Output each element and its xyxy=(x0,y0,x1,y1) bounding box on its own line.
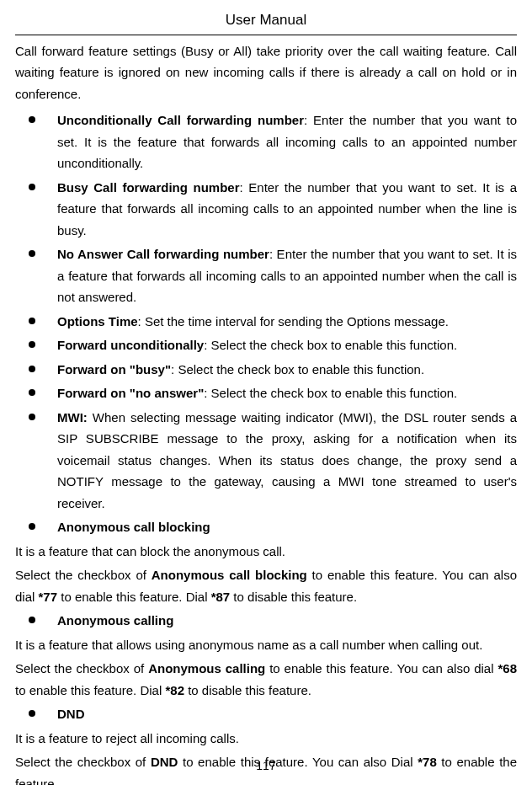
bullet-item: Forward unconditionally: Select the chec… xyxy=(15,334,517,356)
bullet-content: Anonymous calling xyxy=(57,610,517,632)
page-header: User Manual xyxy=(15,8,517,35)
section-text: Select the checkbox of Anonymous call bl… xyxy=(15,564,517,607)
bullet-content: Options Time: Set the time interval for … xyxy=(57,311,517,333)
bullet-icon xyxy=(29,250,35,257)
section-text: Select the checkbox of Anonymous calling… xyxy=(15,658,517,701)
bullet-icon xyxy=(29,414,35,420)
section-text: It is a feature to reject all incoming c… xyxy=(15,728,517,750)
bullet-item: Forward on "no answer": Select the check… xyxy=(15,382,517,404)
bullet-item: Busy Call forwarding number: Enter the n… xyxy=(15,177,517,242)
bullet-item: Options Time: Set the time interval for … xyxy=(15,311,517,333)
bullet-content: Forward unconditionally: Select the chec… xyxy=(57,334,517,356)
bullet-item: DND xyxy=(15,703,517,725)
bullet-item: No Answer Call forwarding number: Enter … xyxy=(15,243,517,308)
bullet-item: Forward on "busy": Select the check box … xyxy=(15,359,517,381)
bullet-item: Unconditionally Call forwarding number: … xyxy=(15,109,517,174)
bullet-icon xyxy=(29,318,35,324)
section-text: It is a feature that can block the anony… xyxy=(15,541,517,563)
bullet-item: MWI: When selecting message waiting indi… xyxy=(15,407,517,515)
bullet-content: MWI: When selecting message waiting indi… xyxy=(57,407,517,515)
bullet-item: Anonymous call blocking xyxy=(15,516,517,538)
bullet-icon xyxy=(29,523,35,530)
bullet-content: Anonymous call blocking xyxy=(57,516,517,538)
bullet-content: No Answer Call forwarding number: Enter … xyxy=(57,243,517,308)
bullet-content: Unconditionally Call forwarding number: … xyxy=(57,109,517,174)
bullet-icon xyxy=(29,184,35,190)
bullet-item: Anonymous calling xyxy=(15,610,517,632)
bullet-icon xyxy=(29,389,35,396)
bullet-icon xyxy=(29,617,35,623)
intro-text: Call forward feature settings (Busy or A… xyxy=(15,40,517,105)
page-number: 117 xyxy=(0,756,532,777)
bullet-content: Forward on "no answer": Select the check… xyxy=(57,382,517,404)
bullet-content: DND xyxy=(57,703,517,725)
bullet-icon xyxy=(29,710,35,717)
bullet-icon xyxy=(29,366,35,372)
section-text: It is a feature that allows using anonym… xyxy=(15,634,517,656)
bullet-icon xyxy=(29,341,35,348)
bullet-content: Forward on "busy": Select the check box … xyxy=(57,359,517,381)
bullet-content: Busy Call forwarding number: Enter the n… xyxy=(57,177,517,242)
bullet-icon xyxy=(29,116,35,123)
